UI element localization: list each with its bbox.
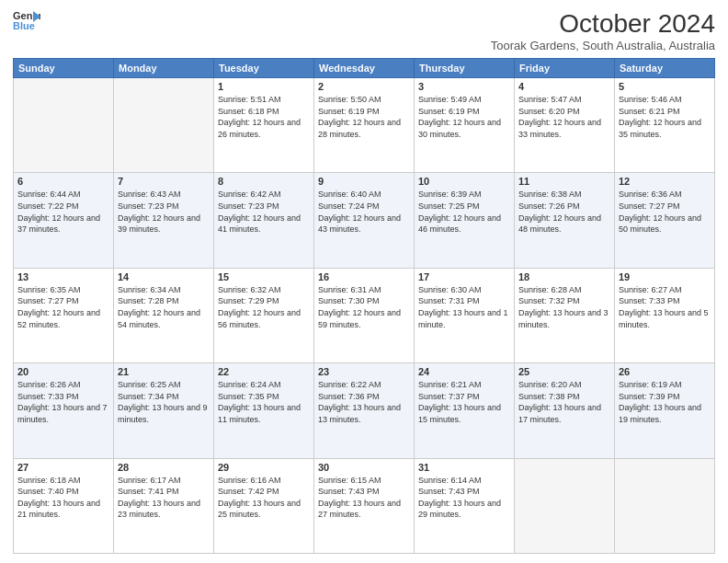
day-info: Sunrise: 6:42 AM Sunset: 7:23 PM Dayligh… [218,189,310,235]
day-info: Sunrise: 6:24 AM Sunset: 7:35 PM Dayligh… [218,379,310,425]
day-number: 26 [619,366,711,377]
day-info: Sunrise: 6:40 AM Sunset: 7:24 PM Dayligh… [318,189,410,235]
day-number: 28 [118,462,210,473]
day-number: 16 [318,271,410,282]
day-info: Sunrise: 6:39 AM Sunset: 7:25 PM Dayligh… [418,189,510,235]
day-info: Sunrise: 6:16 AM Sunset: 7:42 PM Dayligh… [218,475,310,521]
table-row: 5Sunrise: 5:46 AM Sunset: 6:21 PM Daylig… [615,78,715,173]
day-number: 10 [418,176,510,187]
header: General Blue October 2024 Toorak Gardens… [13,9,715,52]
calendar-week-row: 1Sunrise: 5:51 AM Sunset: 6:18 PM Daylig… [14,78,715,173]
day-number: 19 [619,271,711,282]
day-info: Sunrise: 5:49 AM Sunset: 6:19 PM Dayligh… [418,94,510,140]
day-info: Sunrise: 5:50 AM Sunset: 6:19 PM Dayligh… [318,94,410,140]
logo-area: General Blue [13,9,40,31]
table-row: 2Sunrise: 5:50 AM Sunset: 6:19 PM Daylig… [314,78,415,173]
table-row: 23Sunrise: 6:22 AM Sunset: 7:36 PM Dayli… [314,363,415,458]
day-number: 17 [418,271,510,282]
table-row: 21Sunrise: 6:25 AM Sunset: 7:34 PM Dayli… [114,363,214,458]
col-monday: Monday [114,59,214,78]
table-row: 3Sunrise: 5:49 AM Sunset: 6:19 PM Daylig… [415,78,515,173]
logo-icon: General Blue [13,9,40,31]
day-info: Sunrise: 6:44 AM Sunset: 7:22 PM Dayligh… [17,189,109,235]
col-thursday: Thursday [415,59,515,78]
day-info: Sunrise: 6:22 AM Sunset: 7:36 PM Dayligh… [318,379,410,425]
table-row: 28Sunrise: 6:17 AM Sunset: 7:41 PM Dayli… [114,458,214,553]
subtitle: Toorak Gardens, South Australia, Austral… [491,39,715,52]
table-row: 9Sunrise: 6:40 AM Sunset: 7:24 PM Daylig… [314,173,415,268]
day-number: 30 [318,462,410,473]
table-row: 13Sunrise: 6:35 AM Sunset: 7:27 PM Dayli… [14,268,114,362]
col-sunday: Sunday [14,59,114,78]
day-info: Sunrise: 6:21 AM Sunset: 7:37 PM Dayligh… [418,379,510,425]
day-number: 29 [218,462,310,473]
day-number: 18 [518,271,610,282]
table-row: 17Sunrise: 6:30 AM Sunset: 7:31 PM Dayli… [415,268,515,362]
day-info: Sunrise: 6:19 AM Sunset: 7:39 PM Dayligh… [619,379,711,425]
day-info: Sunrise: 6:38 AM Sunset: 7:26 PM Dayligh… [518,189,610,235]
day-info: Sunrise: 6:27 AM Sunset: 7:33 PM Dayligh… [619,284,711,330]
calendar-week-row: 6Sunrise: 6:44 AM Sunset: 7:22 PM Daylig… [14,173,715,268]
day-number: 1 [218,81,310,92]
table-row: 11Sunrise: 6:38 AM Sunset: 7:26 PM Dayli… [515,173,615,268]
day-number: 7 [118,176,210,187]
day-number: 13 [17,271,109,282]
page: General Blue October 2024 Toorak Gardens… [0,0,728,563]
table-row: 12Sunrise: 6:36 AM Sunset: 7:27 PM Dayli… [615,173,715,268]
day-info: Sunrise: 5:46 AM Sunset: 6:21 PM Dayligh… [619,94,711,140]
day-number: 23 [318,366,410,377]
table-row: 8Sunrise: 6:42 AM Sunset: 7:23 PM Daylig… [214,173,314,268]
day-number: 3 [418,81,510,92]
day-info: Sunrise: 6:15 AM Sunset: 7:43 PM Dayligh… [318,475,410,521]
day-info: Sunrise: 6:35 AM Sunset: 7:27 PM Dayligh… [17,284,109,330]
table-row [515,458,615,553]
day-number: 24 [418,366,510,377]
table-row [114,78,214,173]
day-number: 21 [118,366,210,377]
calendar-header-row: Sunday Monday Tuesday Wednesday Thursday… [14,59,715,78]
col-friday: Friday [515,59,615,78]
table-row: 30Sunrise: 6:15 AM Sunset: 7:43 PM Dayli… [314,458,415,553]
day-info: Sunrise: 5:47 AM Sunset: 6:20 PM Dayligh… [518,94,610,140]
day-info: Sunrise: 6:17 AM Sunset: 7:41 PM Dayligh… [118,475,210,521]
day-info: Sunrise: 6:31 AM Sunset: 7:30 PM Dayligh… [318,284,410,330]
day-info: Sunrise: 6:25 AM Sunset: 7:34 PM Dayligh… [118,379,210,425]
col-saturday: Saturday [615,59,715,78]
day-number: 12 [619,176,711,187]
day-info: Sunrise: 6:28 AM Sunset: 7:32 PM Dayligh… [518,284,610,330]
calendar-week-row: 27Sunrise: 6:18 AM Sunset: 7:40 PM Dayli… [14,458,715,553]
table-row: 7Sunrise: 6:43 AM Sunset: 7:23 PM Daylig… [114,173,214,268]
day-info: Sunrise: 6:43 AM Sunset: 7:23 PM Dayligh… [118,189,210,235]
day-info: Sunrise: 6:14 AM Sunset: 7:43 PM Dayligh… [418,475,510,521]
title-area: October 2024 Toorak Gardens, South Austr… [491,9,715,52]
table-row: 27Sunrise: 6:18 AM Sunset: 7:40 PM Dayli… [14,458,114,553]
day-number: 22 [218,366,310,377]
table-row: 4Sunrise: 5:47 AM Sunset: 6:20 PM Daylig… [515,78,615,173]
table-row: 29Sunrise: 6:16 AM Sunset: 7:42 PM Dayli… [214,458,314,553]
day-number: 6 [17,176,109,187]
table-row: 16Sunrise: 6:31 AM Sunset: 7:30 PM Dayli… [314,268,415,362]
table-row [14,78,114,173]
table-row: 31Sunrise: 6:14 AM Sunset: 7:43 PM Dayli… [415,458,515,553]
day-number: 5 [619,81,711,92]
day-number: 9 [318,176,410,187]
day-number: 25 [518,366,610,377]
table-row: 14Sunrise: 6:34 AM Sunset: 7:28 PM Dayli… [114,268,214,362]
day-number: 31 [418,462,510,473]
table-row: 1Sunrise: 5:51 AM Sunset: 6:18 PM Daylig… [214,78,314,173]
day-number: 4 [518,81,610,92]
table-row: 24Sunrise: 6:21 AM Sunset: 7:37 PM Dayli… [415,363,515,458]
day-number: 20 [17,366,109,377]
table-row: 6Sunrise: 6:44 AM Sunset: 7:22 PM Daylig… [14,173,114,268]
table-row: 20Sunrise: 6:26 AM Sunset: 7:33 PM Dayli… [14,363,114,458]
day-info: Sunrise: 6:34 AM Sunset: 7:28 PM Dayligh… [118,284,210,330]
day-info: Sunrise: 6:18 AM Sunset: 7:40 PM Dayligh… [17,475,109,521]
day-info: Sunrise: 5:51 AM Sunset: 6:18 PM Dayligh… [218,94,310,140]
calendar-week-row: 13Sunrise: 6:35 AM Sunset: 7:27 PM Dayli… [14,268,715,362]
svg-text:Blue: Blue [13,20,35,31]
month-title: October 2024 [491,9,715,39]
table-row: 22Sunrise: 6:24 AM Sunset: 7:35 PM Dayli… [214,363,314,458]
day-number: 15 [218,271,310,282]
col-tuesday: Tuesday [214,59,314,78]
day-info: Sunrise: 6:30 AM Sunset: 7:31 PM Dayligh… [418,284,510,330]
